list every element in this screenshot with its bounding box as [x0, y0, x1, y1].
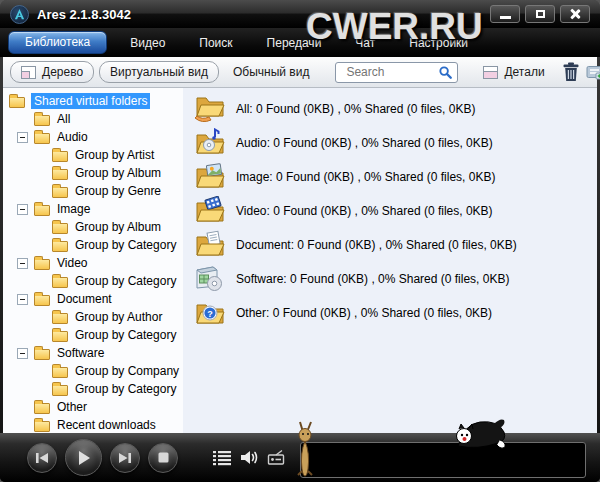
tree-item-group-by-category[interactable]: Group by Category	[3, 272, 183, 290]
tree-view-label: Дерево	[42, 65, 83, 79]
folder-icon	[9, 97, 25, 108]
tree-item-group-by-album[interactable]: Group by Album	[3, 164, 183, 182]
tree-item-label: Document	[57, 292, 112, 306]
tree-item-label: Group by Category	[75, 274, 176, 288]
window-body: Дерево Виртуальный вид Обычный вид Детал…	[0, 57, 600, 433]
delete-button[interactable]	[562, 61, 580, 83]
play-icon	[76, 450, 92, 466]
tree-item-group-by-artist[interactable]: Group by Artist	[3, 146, 183, 164]
category-summary: Other: 0 Found (0KB) , 0% Shared (0 file…	[236, 306, 492, 320]
main-tab-bar: Библиотека Видео Поиск Передачи Чат Наст…	[0, 28, 600, 57]
category-summary: Audio: 0 Found (0KB) , 0% Shared (0 file…	[236, 136, 493, 150]
tree-item-label: All	[57, 112, 70, 126]
tree-item-group-by-genre[interactable]: Group by Genre	[3, 182, 183, 200]
collapse-icon[interactable]	[17, 258, 28, 269]
category-summary: Software: 0 Found (0KB) , 0% Shared (0 f…	[236, 272, 509, 286]
next-icon	[118, 452, 132, 464]
minimize-button[interactable]	[490, 5, 520, 23]
tree-item-group-by-category[interactable]: Group by Category	[3, 236, 183, 254]
category-row-audio[interactable]: Audio: 0 Found (0KB) , 0% Shared (0 file…	[193, 126, 597, 160]
window-title: Ares 2.1.8.3042	[37, 7, 131, 22]
play-button[interactable]	[65, 439, 102, 476]
radio-button[interactable]	[267, 450, 286, 465]
tab-chat[interactable]: Чат	[338, 36, 392, 50]
playlist-toggle-button[interactable]	[212, 450, 232, 466]
category-row-software[interactable]: Software: 0 Found (0KB) , 0% Shared (0 f…	[193, 262, 597, 296]
category-row-document[interactable]: Document: 0 Found (0KB) , 0% Shared (0 f…	[193, 228, 597, 262]
previous-track-button[interactable]	[27, 443, 57, 473]
tree-item-group-by-author[interactable]: Group by Author	[3, 308, 183, 326]
category-row-video[interactable]: Video: 0 Found (0KB) , 0% Shared (0 file…	[193, 194, 597, 228]
shared-folder-icon	[193, 94, 225, 124]
tree-item-shared-virtual-folders[interactable]: Shared virtual folders	[3, 92, 183, 110]
video-folder-icon	[193, 196, 225, 226]
details-panel-icon	[483, 66, 498, 79]
category-row-image[interactable]: Image: 0 Found (0KB) , 0% Shared (0 file…	[193, 160, 597, 194]
tree-item-group-by-category[interactable]: Group by Category	[3, 326, 183, 344]
tree-item-label: Group by Category	[75, 238, 176, 252]
category-summary: All: 0 Found (0KB) , 0% Shared (0 files,…	[236, 102, 475, 116]
radio-icon	[267, 450, 286, 465]
tree-item-label: Other	[57, 400, 87, 414]
tree-item-group-by-album[interactable]: Group by Album	[3, 218, 183, 236]
folder-icon	[34, 115, 50, 126]
tab-library[interactable]: Библиотека	[8, 31, 107, 54]
collapse-icon[interactable]	[17, 294, 28, 305]
next-track-button[interactable]	[110, 443, 140, 473]
tree-item-label: Group by Genre	[75, 184, 161, 198]
folder-icon	[52, 367, 68, 378]
software-box-icon	[193, 264, 225, 294]
tab-transfers[interactable]: Передачи	[250, 36, 339, 50]
playlist-lines-icon	[212, 450, 232, 466]
tab-settings[interactable]: Настройки	[392, 36, 485, 50]
collapse-icon[interactable]	[17, 348, 28, 359]
tree-item-all[interactable]: All	[3, 110, 183, 128]
tree-item-audio[interactable]: Audio	[3, 128, 183, 146]
folder-icon	[52, 187, 68, 198]
details-button[interactable]: Детали	[483, 65, 544, 79]
player-bar	[0, 433, 600, 482]
virtual-view-button[interactable]: Виртуальный вид	[99, 61, 219, 83]
virtual-view-label: Виртуальный вид	[110, 65, 208, 79]
tree-item-document[interactable]: Document	[3, 290, 183, 308]
player-display	[300, 442, 586, 478]
ares-logo-icon	[10, 5, 29, 24]
category-summary: Video: 0 Found (0KB) , 0% Shared (0 file…	[236, 204, 493, 218]
tab-search[interactable]: Поиск	[182, 36, 249, 50]
tree-item-label: Image	[57, 202, 90, 216]
folder-tree-panel: Shared virtual folders All Audio Group b…	[3, 88, 183, 433]
maximize-button[interactable]	[525, 5, 555, 23]
tree-item-image[interactable]: Image	[3, 200, 183, 218]
tree-item-group-by-category[interactable]: Group by Category	[3, 380, 183, 398]
tree-item-group-by-company[interactable]: Group by Company	[3, 362, 183, 380]
ares-window: Ares 2.1.8.3042 Библиотека Видео Поиск П…	[0, 0, 600, 482]
category-row-all[interactable]: All: 0 Found (0KB) , 0% Shared (0 files,…	[193, 92, 597, 126]
folder-icon	[52, 277, 68, 288]
close-button[interactable]	[560, 5, 590, 23]
search-icon[interactable]	[438, 65, 453, 80]
tree-view-button[interactable]: Дерево	[10, 61, 94, 83]
speaker-icon	[240, 449, 259, 466]
tree-item-video[interactable]: Video	[3, 254, 183, 272]
stop-icon	[158, 452, 169, 463]
volume-button[interactable]	[240, 449, 259, 466]
folder-icon	[34, 403, 50, 414]
tree-item-label: Video	[57, 256, 87, 270]
tree-item-label: Group by Author	[75, 310, 162, 324]
tree-panel-icon	[21, 66, 36, 79]
tab-video[interactable]: Видео	[113, 36, 182, 50]
stop-button[interactable]	[148, 443, 178, 473]
collapse-icon[interactable]	[17, 132, 28, 143]
collapse-icon[interactable]	[17, 204, 28, 215]
category-row-other[interactable]: ? Other: 0 Found (0KB) , 0% Shared (0 fi…	[193, 296, 597, 330]
library-toolbar: Дерево Виртуальный вид Обычный вид Детал…	[3, 57, 597, 88]
tree-item-recent-downloads[interactable]: Recent downloads	[3, 416, 183, 433]
folder-icon	[52, 223, 68, 234]
folder-icon	[34, 349, 50, 360]
search-input[interactable]	[344, 64, 438, 80]
tree-item-software[interactable]: Software	[3, 344, 183, 362]
add-to-playlist-button[interactable]	[585, 61, 600, 83]
other-folder-icon: ?	[193, 298, 225, 328]
normal-view-button[interactable]: Обычный вид	[224, 65, 318, 79]
tree-item-other[interactable]: Other	[3, 398, 183, 416]
